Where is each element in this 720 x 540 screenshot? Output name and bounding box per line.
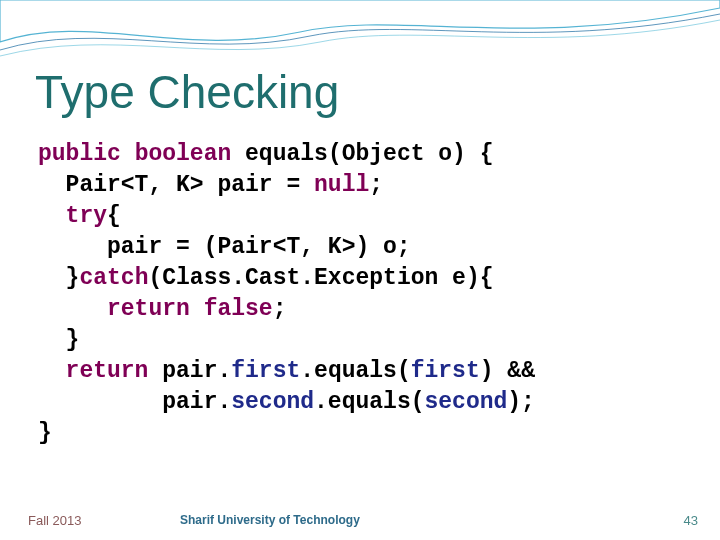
var-second-1: second bbox=[231, 389, 314, 415]
kw-public: public bbox=[38, 141, 121, 167]
var-first-2: first bbox=[411, 358, 480, 384]
kw-try: try bbox=[66, 203, 107, 229]
footer-page: 43 bbox=[684, 513, 698, 528]
code-line-9: pair.second.equals(second); bbox=[38, 387, 720, 418]
code-line-1: public boolean equals(Object o) { bbox=[38, 139, 720, 170]
footer: Fall 2013 Sharif University of Technolog… bbox=[0, 513, 720, 528]
code-line-8: return pair.first.equals(first) && bbox=[38, 356, 720, 387]
code-line-2: Pair<T, K> pair = null; bbox=[38, 170, 720, 201]
wave-decoration bbox=[0, 0, 720, 70]
slide-title: Type Checking bbox=[35, 65, 720, 119]
code-block: public boolean equals(Object o) { Pair<T… bbox=[38, 139, 720, 449]
kw-return-2: return bbox=[66, 358, 149, 384]
kw-catch: catch bbox=[79, 265, 148, 291]
var-first-1: first bbox=[231, 358, 300, 384]
code-line-3: try{ bbox=[38, 201, 720, 232]
kw-boolean: boolean bbox=[135, 141, 232, 167]
var-second-2: second bbox=[424, 389, 507, 415]
code-line-5: }catch(Class.Cast.Exception e){ bbox=[38, 263, 720, 294]
kw-null: null bbox=[314, 172, 369, 198]
kw-false: false bbox=[204, 296, 273, 322]
code-line-6: return false; bbox=[38, 294, 720, 325]
code-line-4: pair = (Pair<T, K>) o; bbox=[38, 232, 720, 263]
code-line-10: } bbox=[38, 418, 720, 449]
footer-term: Fall 2013 bbox=[28, 513, 81, 528]
kw-return-1: return bbox=[107, 296, 190, 322]
footer-org: Sharif University of Technology bbox=[180, 513, 360, 527]
code-line-7: } bbox=[38, 325, 720, 356]
